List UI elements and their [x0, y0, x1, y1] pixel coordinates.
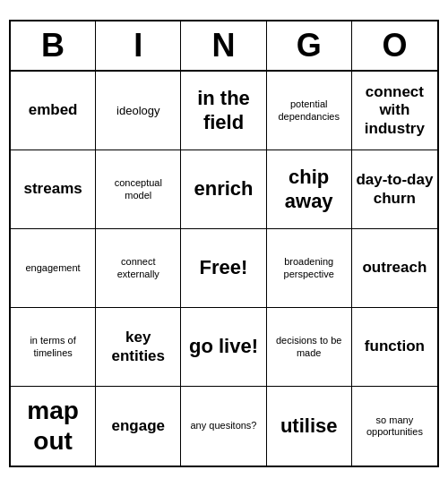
bingo-cell[interactable]: utilise	[267, 387, 352, 466]
cell-label: connect externally	[99, 256, 177, 279]
bingo-cell[interactable]: outreach	[352, 229, 437, 308]
cell-label: utilise	[280, 414, 338, 438]
cell-label: day-to-day churn	[356, 171, 434, 208]
bingo-cell[interactable]: engage	[96, 387, 181, 466]
cell-label: any quesitons?	[190, 420, 256, 431]
cell-label: outreach	[362, 259, 426, 277]
bingo-cell[interactable]: embed	[11, 72, 96, 150]
bingo-cell[interactable]: connect externally	[96, 229, 181, 308]
bingo-cell[interactable]: engagement	[11, 229, 96, 308]
cell-label: chip away	[271, 166, 348, 213]
bingo-card: BINGO embedideologyin the fieldpotential…	[9, 20, 439, 467]
cell-label: map out	[14, 396, 91, 456]
cell-label: in terms of timelines	[14, 335, 91, 358]
bingo-letter: B	[11, 21, 96, 70]
bingo-cell[interactable]: broadening perspective	[267, 229, 352, 308]
bingo-cell[interactable]: so many opportunities	[352, 387, 437, 466]
cell-label: broadening perspective	[271, 256, 348, 279]
bingo-cell[interactable]: in terms of timelines	[11, 308, 96, 387]
cell-label: so many opportunities	[356, 414, 434, 438]
cell-label: key entities	[99, 329, 177, 365]
bingo-cell[interactable]: chip away	[267, 150, 352, 229]
cell-label: go live!	[189, 335, 258, 358]
bingo-letter: G	[267, 21, 352, 70]
bingo-cell[interactable]: connect with industry	[352, 72, 437, 150]
bingo-cell[interactable]: decisions to be made	[267, 308, 352, 387]
bingo-cell[interactable]: map out	[11, 387, 96, 466]
cell-label: decisions to be made	[271, 335, 348, 358]
cell-label: ideology	[116, 104, 159, 118]
bingo-header: BINGO	[11, 21, 437, 72]
bingo-cell[interactable]: potential dependancies	[267, 72, 352, 150]
cell-label: enrich	[194, 177, 253, 201]
cell-label: engagement	[26, 262, 81, 274]
cell-label: function	[365, 337, 425, 355]
bingo-cell[interactable]: conceptual model	[96, 150, 181, 229]
cell-label: streams	[23, 180, 82, 198]
bingo-cell[interactable]: any quesitons?	[181, 387, 266, 466]
cell-label: potential dependancies	[271, 98, 348, 122]
cell-label: embed	[29, 101, 78, 119]
cell-label: connect with industry	[356, 83, 434, 138]
bingo-letter: N	[181, 21, 266, 70]
bingo-cell[interactable]: enrich	[181, 150, 266, 229]
cell-label: engage	[112, 417, 166, 435]
cell-label: in the field	[185, 87, 262, 134]
bingo-cell[interactable]: go live!	[181, 308, 266, 387]
bingo-grid: embedideologyin the fieldpotential depen…	[11, 72, 437, 466]
bingo-letter: O	[352, 21, 437, 70]
bingo-cell[interactable]: day-to-day churn	[352, 150, 437, 229]
bingo-cell[interactable]: Free!	[181, 229, 266, 308]
cell-label: Free!	[200, 256, 248, 279]
bingo-cell[interactable]: ideology	[96, 72, 181, 150]
bingo-cell[interactable]: key entities	[96, 308, 181, 387]
bingo-cell[interactable]: in the field	[181, 72, 266, 150]
bingo-cell[interactable]: streams	[11, 150, 96, 229]
cell-label: conceptual model	[99, 177, 177, 201]
bingo-cell[interactable]: function	[352, 308, 437, 387]
bingo-letter: I	[96, 21, 181, 70]
